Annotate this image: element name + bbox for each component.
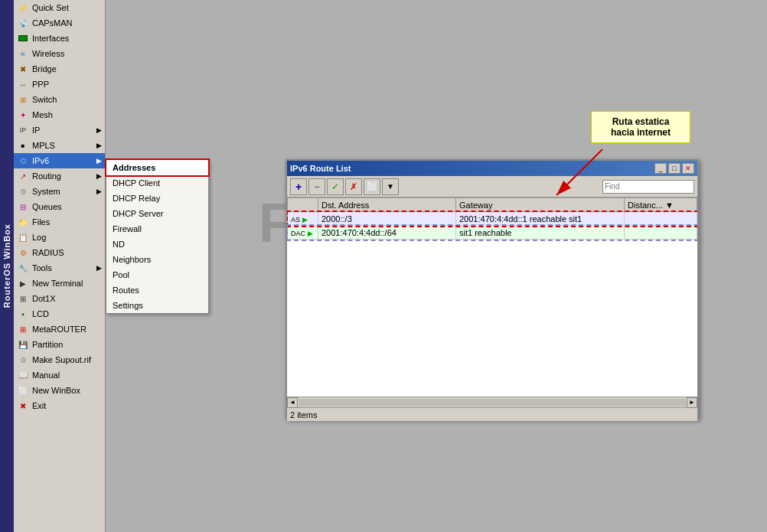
sidebar-item-label: New Terminal bbox=[32, 279, 83, 288]
bridge-icon: ✖ bbox=[17, 63, 29, 75]
cell-flags: DAC ▶ bbox=[288, 226, 318, 240]
sidebar-item-queues[interactable]: ⊟ Queues bbox=[14, 199, 105, 214]
sidebar-item-mesh[interactable]: ✦ Mesh bbox=[14, 107, 105, 122]
sidebar-item-label: Make Supout.rif bbox=[32, 355, 91, 364]
submenu-item-firewall[interactable]: Firewall bbox=[106, 221, 208, 237]
route-toolbar: + − ✓ ✗ ⬜ ▼ bbox=[287, 176, 697, 197]
filter-button[interactable]: ▼ bbox=[382, 178, 399, 195]
col-header-flags bbox=[288, 198, 318, 212]
cell-distance bbox=[625, 212, 697, 226]
sidebar-item-label: MetaROUTER bbox=[32, 325, 86, 334]
horizontal-scrollbar: ◄ ► bbox=[287, 397, 697, 407]
submenu-item-label: Settings bbox=[113, 301, 143, 310]
sidebar-item-system[interactable]: ⚙ System ▶ bbox=[14, 184, 105, 199]
col-header-gateway: Gateway bbox=[456, 198, 625, 212]
sidebar-item-newwinbox[interactable]: ⬜ New WinBox bbox=[14, 383, 105, 398]
submenu-item-settings[interactable]: Settings bbox=[106, 298, 208, 313]
sidebar-item-label: System bbox=[32, 187, 60, 196]
ipv6-submenu: Addresses DHCP Client DHCP Relay DHCP Se… bbox=[106, 159, 209, 314]
submenu-item-dhcp-client[interactable]: DHCP Client bbox=[106, 175, 208, 191]
sidebar-item-tools[interactable]: 🔧 Tools ▶ bbox=[14, 260, 105, 276]
sidebar-item-metarouter[interactable]: ⊞ MetaROUTER bbox=[14, 321, 105, 337]
table-row[interactable]: AS ▶ 2000::/3 2001:470:4:4dd::1 reachabl… bbox=[288, 212, 697, 226]
sidebar-item-partition[interactable]: 💾 Partition bbox=[14, 337, 105, 352]
close-button[interactable]: ✕ bbox=[682, 163, 694, 174]
enable-button[interactable]: ✓ bbox=[327, 178, 344, 195]
scroll-track[interactable] bbox=[299, 399, 686, 406]
switch-icon: ⊞ bbox=[17, 93, 29, 106]
submenu-item-dhcp-server[interactable]: DHCP Server bbox=[106, 206, 208, 221]
scroll-left-button[interactable]: ◄ bbox=[287, 397, 298, 408]
newterminal-icon: ▶ bbox=[17, 277, 29, 289]
wireless-icon: ≈ bbox=[17, 47, 29, 60]
sidebar-item-manual[interactable]: 📖 Manual bbox=[14, 367, 105, 383]
scroll-right-button[interactable]: ► bbox=[687, 397, 697, 408]
row-arrow-icon: ▶ bbox=[302, 216, 308, 224]
disable-button[interactable]: ✗ bbox=[345, 178, 362, 195]
winbox-label-text: RouterOS WinBox bbox=[2, 224, 11, 308]
sidebar-item-mpls[interactable]: ■ MPLS ▶ bbox=[14, 138, 105, 153]
sidebar-item-label: Wireless bbox=[32, 49, 64, 58]
submenu-item-addresses[interactable]: Addresses bbox=[106, 160, 208, 175]
sidebar-item-dot1x[interactable]: ⊞ Dot1X bbox=[14, 291, 105, 306]
callout-annotation: Ruta estatica hacia internet bbox=[591, 111, 690, 143]
sidebar-item-wireless[interactable]: ≈ Wireless bbox=[14, 46, 105, 61]
find-input[interactable] bbox=[602, 180, 694, 194]
sidebar-item-lcd[interactable]: ▪ LCD bbox=[14, 306, 105, 321]
submenu-item-label: Routes bbox=[113, 286, 139, 295]
dot1x-icon: ⊞ bbox=[17, 292, 29, 305]
sidebar-item-capsman[interactable]: 📡 CAPsMAN bbox=[14, 15, 105, 31]
sidebar-item-ipv6[interactable]: ⬡ IPv6 ▶ bbox=[14, 153, 105, 168]
submenu-item-neighbors[interactable]: Neighbors bbox=[106, 252, 208, 267]
submenu-item-label: DHCP Server bbox=[113, 209, 163, 218]
remove-button[interactable]: − bbox=[308, 178, 325, 195]
log-icon: 📋 bbox=[17, 231, 29, 243]
submenu-item-label: Neighbors bbox=[113, 255, 151, 264]
sidebar-item-label: Exit bbox=[32, 401, 46, 410]
submenu-item-label: Addresses bbox=[113, 163, 155, 172]
system-arrow: ▶ bbox=[96, 188, 102, 195]
sidebar-item-ppp[interactable]: ↔ PPP bbox=[14, 77, 105, 92]
sidebar-item-label: LCD bbox=[32, 309, 49, 318]
system-icon: ⚙ bbox=[17, 185, 29, 197]
submenu-item-dhcp-relay[interactable]: DHCP Relay bbox=[106, 191, 208, 206]
cell-dst: 2000::/3 bbox=[318, 212, 456, 226]
submenu-item-routes[interactable]: Routes bbox=[106, 282, 208, 298]
sidebar-item-bridge[interactable]: ✖ Bridge bbox=[14, 61, 105, 77]
sidebar-item-label: CAPsMAN bbox=[32, 18, 73, 28]
find-box bbox=[602, 180, 694, 194]
tools-icon: 🔧 bbox=[17, 262, 29, 274]
submenu-item-pool[interactable]: Pool bbox=[106, 267, 208, 282]
exit-icon: ✖ bbox=[17, 400, 29, 412]
add-button[interactable]: + bbox=[290, 178, 307, 195]
sidebar-item-radius[interactable]: ⚙ RADIUS bbox=[14, 245, 105, 260]
sidebar-item-ip[interactable]: IP IP ▶ bbox=[14, 122, 105, 138]
sidebar-item-routing[interactable]: ↗ Routing ▶ bbox=[14, 168, 105, 184]
sidebar-item-quickset[interactable]: ⚡ Quick Set bbox=[14, 0, 105, 15]
restore-button[interactable]: □ bbox=[668, 163, 681, 174]
copy-button[interactable]: ⬜ bbox=[364, 178, 380, 195]
ip-arrow: ▶ bbox=[96, 126, 102, 134]
cell-distance bbox=[625, 226, 697, 240]
sidebar-item-switch[interactable]: ⊞ Switch bbox=[14, 92, 105, 107]
row-type-label: AS bbox=[291, 216, 300, 224]
submenu-item-label: ND bbox=[113, 240, 125, 249]
sidebar-item-exit[interactable]: ✖ Exit bbox=[14, 398, 105, 413]
sidebar-item-label: Interfaces bbox=[32, 34, 69, 43]
winbox-label: RouterOS WinBox bbox=[0, 0, 14, 532]
submenu-item-label: DHCP Relay bbox=[113, 194, 160, 203]
sidebar-item-newterminal[interactable]: ▶ New Terminal bbox=[14, 276, 105, 291]
minimize-button[interactable]: _ bbox=[654, 163, 667, 174]
sidebar-item-interfaces[interactable]: Interfaces bbox=[14, 31, 105, 46]
sidebar-item-label: Mesh bbox=[32, 110, 53, 119]
table-row[interactable]: DAC ▶ 2001:470:4:4dd::/64 sit1 reachable bbox=[288, 226, 697, 240]
sidebar-item-files[interactable]: 📁 Files bbox=[14, 214, 105, 230]
sidebar-item-log[interactable]: 📋 Log bbox=[14, 230, 105, 245]
sidebar-item-label: Switch bbox=[32, 95, 57, 104]
table-header-row: Dst. Address Gateway Distanc... ▼ bbox=[288, 198, 697, 212]
submenu-item-nd[interactable]: ND bbox=[106, 237, 208, 252]
tools-arrow: ▶ bbox=[96, 264, 102, 272]
sidebar-item-makesupout[interactable]: ⚙ Make Supout.rif bbox=[14, 352, 105, 367]
files-icon: 📁 bbox=[17, 216, 29, 228]
route-window-titlebar: IPv6 Route List _ □ ✕ bbox=[287, 161, 697, 176]
